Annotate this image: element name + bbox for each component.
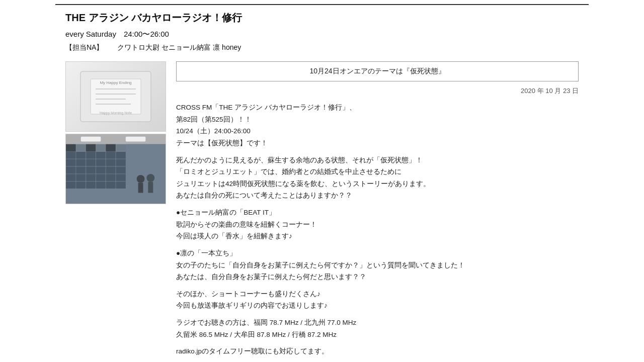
image-bottom-inner xyxy=(66,134,166,204)
article-body: CROSS FM「THE アラジン バカヤローラジオ！修行」、 第82回（第52… xyxy=(176,102,579,362)
svg-text:My Happy Ending: My Happy Ending xyxy=(100,80,131,85)
svg-rect-28 xyxy=(66,134,166,144)
na-names: クワトロ大尉 セニョール納富 凛 honey xyxy=(103,43,241,51)
content-area: My Happy Ending Happy Morning Note xyxy=(65,61,579,362)
show-title: THE アラジン バカヤローラジオ！修行 xyxy=(65,11,579,25)
theme-banner: 10月24日オンエアのテーマは『仮死状態』 xyxy=(176,61,579,81)
image-bottom-svg xyxy=(66,134,166,204)
show-na: 【担当NA】 クワトロ大尉 セニョール納富 凛 honey xyxy=(65,43,579,52)
image-top-inner: My Happy Ending Happy Morning Note xyxy=(66,62,166,131)
paragraph-5: ラジオでお聴きの方は、福岡 78.7 MHz / 北九州 77.0 MHz 久留… xyxy=(176,317,579,340)
image-top: My Happy Ending Happy Morning Note xyxy=(65,61,166,132)
svg-rect-32 xyxy=(138,183,143,193)
na-label: 【担当NA】 xyxy=(65,43,103,51)
svg-point-33 xyxy=(146,174,154,182)
paragraph-0: CROSS FM「THE アラジン バカヤローラジオ！修行」、 第82回（第52… xyxy=(176,102,579,149)
paragraph-4: そのほか、ショートコーナーも盛りだくさん♪ 今回も放送事故ギリギリの内容でお送り… xyxy=(176,288,579,312)
svg-rect-26 xyxy=(106,144,116,152)
page-wrapper: THE アラジン バカヤローラジオ！修行 every Saturday 24:0… xyxy=(55,4,589,362)
paragraph-1: 死んだかのように見えるが、蘇生する余地のある状態、それが「仮死状態」！ 「ロミオ… xyxy=(176,154,579,202)
image-top-svg: My Happy Ending Happy Morning Note xyxy=(75,66,156,127)
svg-text:Happy Morning Note: Happy Morning Note xyxy=(100,111,132,115)
main-content: 10月24日オンエアのテーマは『仮死状態』 2020 年 10 月 23 日 C… xyxy=(176,61,579,362)
show-schedule: every Saturday 24:00〜26:00 xyxy=(65,30,579,39)
paragraph-3: ●凛の「一本立ち」 女の子のたちに「自分自身をお菓子に例えたら何ですか？」という… xyxy=(176,247,579,283)
svg-point-31 xyxy=(137,175,145,183)
images-column: My Happy Ending Happy Morning Note xyxy=(65,61,166,204)
svg-rect-30 xyxy=(126,137,146,142)
svg-rect-24 xyxy=(86,144,96,152)
paragraph-6: radiko.jpのタイムフリー聴取にも対応してます。 xyxy=(176,345,579,357)
date-line: 2020 年 10 月 23 日 xyxy=(176,86,579,96)
svg-rect-22 xyxy=(66,144,76,152)
svg-rect-25 xyxy=(96,144,106,152)
image-bottom xyxy=(65,134,166,204)
svg-rect-29 xyxy=(81,137,101,142)
svg-rect-34 xyxy=(148,182,153,193)
paragraph-2: ●セニョール納富の「BEAT IT」 歌詞からその楽曲の意味を紐解くコーナー！ … xyxy=(176,207,579,242)
svg-rect-23 xyxy=(76,144,86,152)
svg-rect-27 xyxy=(116,144,126,152)
